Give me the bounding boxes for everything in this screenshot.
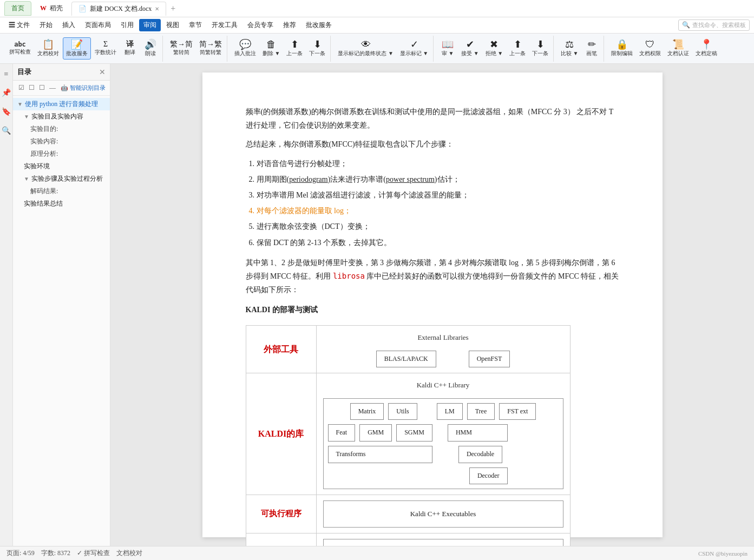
- prev-review-button[interactable]: ⬆ 上一条: [507, 38, 528, 59]
- toc-label-8: 实验结果总结: [24, 199, 63, 208]
- spell-check-button[interactable]: abc 拼写检查: [6, 39, 34, 57]
- revise-service-button[interactable]: 📝 批改服务: [63, 37, 91, 60]
- smart-icon: 🤖: [61, 84, 68, 91]
- toc-ctrl-3[interactable]: ☐: [38, 83, 46, 93]
- pin-icon[interactable]: 📌: [0, 87, 12, 99]
- spell-status[interactable]: ✓ 拼写检查: [77, 549, 110, 558]
- doc-permissions-button[interactable]: 🛡 文档权限: [637, 38, 664, 59]
- prev-comment-button[interactable]: ⬆ 上一条: [284, 38, 305, 59]
- reject-button[interactable]: ✖ 拒绝 ▼: [483, 38, 506, 59]
- main-area: ≡ 📌 🔖 🔍 目录 ✕ ☑ ☐ ☐ — 🤖 智能识别目录 ▼ 使用 pytho…: [0, 64, 754, 546]
- toc-item-4[interactable]: 原理分析:: [13, 148, 110, 160]
- close-doc-tab[interactable]: ✕: [155, 6, 159, 12]
- toc-item-8[interactable]: 实验结果总结: [13, 197, 110, 210]
- toggle-1: ▼: [24, 114, 29, 120]
- toc-ctrl-2[interactable]: ☐: [28, 83, 36, 93]
- menu-insert[interactable]: 插入: [58, 19, 80, 31]
- toc-close-button[interactable]: ✕: [99, 68, 106, 77]
- document-area[interactable]: 频率(的倒频谱系数)的梅尔倒谱系数在训练和测试中使用的是同一批滤波器组，如果（M…: [110, 64, 754, 546]
- document-page: 频率(的倒频谱系数)的梅尔倒谱系数在训练和测试中使用的是同一批滤波器组，如果（M…: [202, 73, 663, 537]
- menu-view[interactable]: 视图: [162, 19, 183, 31]
- title-bar: 首页 W 稻壳 📄 新建 DOCX 文档.docx ✕ +: [0, 0, 754, 17]
- toc-item-7[interactable]: 解码结果:: [13, 185, 110, 197]
- kaldi-row-scripts: 工具脚本 (Shell) Scripts: [246, 533, 570, 546]
- menu-recommend[interactable]: 推荐: [279, 19, 300, 31]
- menu-correction[interactable]: 批改服务: [301, 19, 336, 31]
- toc-item-2[interactable]: 实验目的:: [13, 123, 110, 135]
- menu-member[interactable]: 会员专享: [243, 19, 278, 31]
- toc-item-0[interactable]: ▼ 使用 python 进行音频处理: [13, 98, 110, 110]
- menu-reference[interactable]: 引用: [116, 19, 138, 31]
- insert-comment-button[interactable]: 💬 插入批注: [232, 38, 259, 59]
- kaldi-content-library: Kaldi C++ Library Matrix Utils LM Tree F…: [317, 373, 570, 495]
- toc-item-5[interactable]: 实验环境: [13, 160, 110, 173]
- add-tab-button[interactable]: +: [171, 4, 175, 14]
- tab-document[interactable]: 📄 新建 DOCX 文档.docx ✕: [71, 2, 166, 16]
- paragraph-1: 频率(的倒频谱系数)的梅尔倒谱系数在训练和测试中使用的是同一批滤波器组，如果（M…: [246, 105, 619, 132]
- feat-box: Feat: [328, 424, 356, 442]
- to-simplified-button[interactable]: 繁→简 繁转简: [167, 39, 195, 58]
- toc-smart-button[interactable]: 🤖 智能识别目录: [61, 84, 106, 92]
- show-markup2-button[interactable]: ✓ 显示标记 ▼: [397, 38, 431, 59]
- search-side-icon[interactable]: 🔍: [0, 124, 12, 137]
- toc-item-1[interactable]: ▼ 实验目及实验内容: [13, 110, 110, 123]
- tab-wps[interactable]: W 稻壳: [34, 2, 69, 15]
- menu-file[interactable]: ☰ 文件: [4, 19, 34, 31]
- tree-box: Tree: [467, 403, 495, 420]
- spell-icon: abc: [14, 41, 26, 48]
- bookmark-icon[interactable]: 🔖: [0, 106, 12, 118]
- section-heading: KALDI 的部署与测试: [246, 303, 619, 317]
- menu-search-box[interactable]: 🔍 查找命令、搜索模板: [678, 19, 750, 31]
- toc-item-6[interactable]: ▼ 实验步骤及实验过程分析: [13, 173, 110, 185]
- compare-button[interactable]: ⚖ 比较 ▼: [558, 38, 581, 59]
- accept-icon: ✔: [466, 39, 474, 49]
- word-info: 字数: 8372: [41, 549, 70, 558]
- review-button[interactable]: 📖 审 ▼: [438, 38, 457, 59]
- restrict-edit-button[interactable]: 🔒 限制编辑: [608, 38, 635, 59]
- kaldi-diagram: 外部工具 External Libraries BLAS/LAPACK Open…: [246, 325, 571, 546]
- next-comment-button[interactable]: ⬇ 下一条: [306, 38, 328, 59]
- markup2-icon: ✓: [410, 39, 418, 49]
- menu-chapter[interactable]: 章节: [185, 19, 206, 31]
- doc-auth-button[interactable]: 📜 文档认证: [665, 38, 692, 59]
- draw-button[interactable]: ✏ 画笔: [582, 38, 601, 59]
- lm-box: LM: [437, 403, 463, 420]
- accept-button[interactable]: ✔ 接受 ▼: [458, 38, 481, 59]
- external-boxes: BLAS/LAPACK OpenFST: [323, 351, 563, 368]
- to-traditional-button[interactable]: 简→繁 简繁转繁: [196, 39, 225, 58]
- doc-check-status[interactable]: 文档校对: [116, 549, 142, 558]
- translate-button[interactable]: 译 翻译: [120, 39, 140, 58]
- translate-icon: 译: [126, 41, 134, 48]
- read-aloud-icon: 🔊: [145, 39, 156, 49]
- restrict-icon: 🔒: [616, 39, 628, 49]
- doc-check-button[interactable]: 📋 文档校对: [35, 38, 62, 59]
- menu-page-layout[interactable]: 页面布局: [81, 19, 115, 31]
- toc-item-3[interactable]: 实验内容:: [13, 135, 110, 148]
- doc-auth-icon: 📜: [672, 39, 684, 49]
- show-markup-status-button[interactable]: 👁 显示标记的最终状态 ▼: [335, 38, 396, 59]
- menu-devtools[interactable]: 开发工具: [207, 19, 242, 31]
- toc-tree: ▼ 使用 python 进行音频处理 ▼ 实验目及实验内容 实验目的: 实验内容…: [13, 96, 110, 546]
- executables-box: Kaldi C++ Executables: [323, 500, 563, 527]
- menu-start[interactable]: 开始: [35, 19, 57, 31]
- nav-icon[interactable]: ≡: [3, 68, 10, 80]
- draw-icon: ✏: [588, 39, 596, 49]
- toc-label-7: 解码结果:: [30, 187, 58, 196]
- delete-comment-button[interactable]: 🗑 删除 ▼: [260, 38, 283, 59]
- word-count-button[interactable]: Σ 字数统计: [92, 39, 119, 58]
- next-review-icon: ⬇: [536, 39, 545, 49]
- brand-label: CSDN @biyezuopin: [698, 550, 748, 557]
- read-aloud-button[interactable]: 🔊 朗读: [141, 38, 160, 59]
- next-review-button[interactable]: ⬇ 下一条: [529, 38, 551, 59]
- toolbar-group-spell: abc 拼写检查 📋 文档校对 📝 批改服务 Σ 字数统计 译 翻译 🔊 朗读: [4, 36, 163, 62]
- toc-ctrl-4[interactable]: —: [48, 83, 57, 93]
- toc-title: 目录: [17, 67, 96, 77]
- doc-locate-button[interactable]: 📍 文档定稿: [693, 38, 720, 59]
- toolbar-group-comment: 💬 插入批注 🗑 删除 ▼ ⬆ 上一条 ⬇ 下一条: [230, 36, 331, 62]
- permissions-icon: 🛡: [645, 39, 655, 49]
- toc-ctrl-1[interactable]: ☑: [17, 83, 25, 93]
- menu-review[interactable]: 审阅: [139, 19, 161, 31]
- kaldi-row-external: 外部工具 External Libraries BLAS/LAPACK Open…: [246, 326, 570, 373]
- tab-home[interactable]: 首页: [4, 1, 31, 16]
- toc-label-5: 实验环境: [24, 162, 50, 171]
